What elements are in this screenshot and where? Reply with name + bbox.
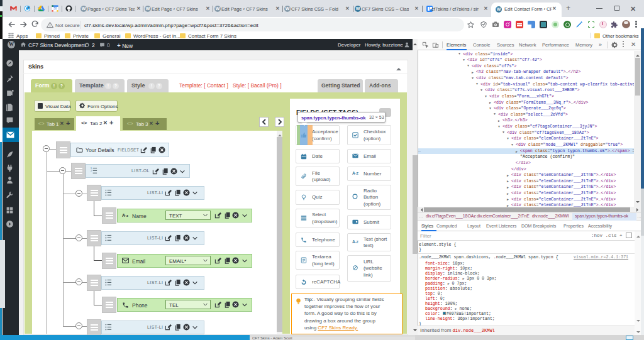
svg-text:2: 2 (91, 170, 92, 172)
svg-text:1: 1 (91, 167, 92, 170)
svg-text:30: 30 (53, 6, 57, 10)
